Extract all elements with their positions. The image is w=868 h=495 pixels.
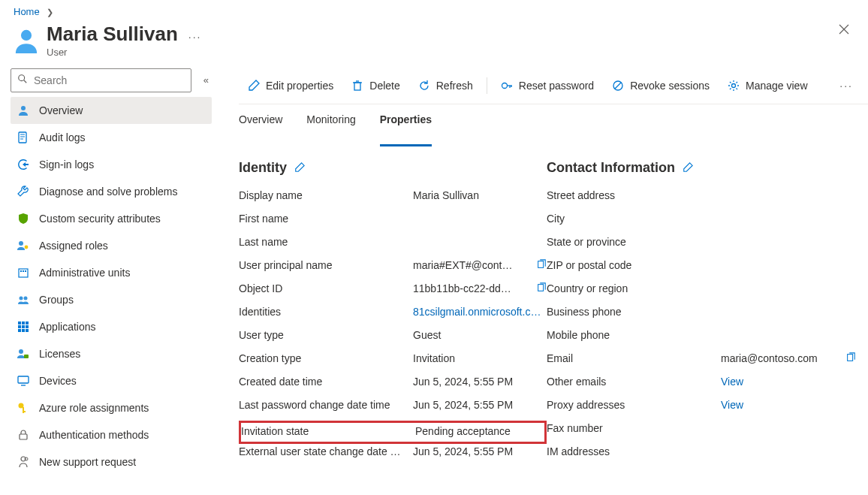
sidebar-item-licenses[interactable]: Licenses	[11, 340, 212, 367]
shield-icon	[17, 212, 30, 225]
identity-heading: Identity	[239, 160, 547, 176]
row-fax: Fax number	[547, 421, 868, 444]
license-icon	[17, 347, 30, 361]
svg-rect-12	[23, 270, 24, 272]
row-first-name: First name	[239, 211, 547, 234]
copy-icon[interactable]	[845, 352, 856, 363]
view-link[interactable]: View	[721, 399, 868, 411]
sidebar-item-custom-security[interactable]: Custom security attributes	[11, 205, 212, 232]
sidebar-item-assigned-roles[interactable]: Assigned roles	[11, 232, 212, 259]
label: Street address	[547, 189, 721, 201]
tab-properties[interactable]: Properties	[380, 113, 432, 146]
sidebar-item-label: Assigned roles	[39, 240, 108, 252]
sidebar-item-groups[interactable]: Groups	[11, 286, 212, 313]
row-state: State or province	[547, 234, 868, 258]
tabs: Overview Monitoring Properties	[239, 113, 868, 146]
row-zip: ZIP or postal code	[547, 258, 868, 281]
row-identities: Identities 81csilgmail.onmicrosoft.com	[239, 304, 547, 327]
row-creation-type: Creation typeInvitation	[239, 351, 547, 374]
edit-icon[interactable]	[294, 162, 305, 173]
svg-rect-26	[24, 355, 29, 358]
tab-monitoring[interactable]: Monitoring	[306, 113, 355, 146]
edit-icon[interactable]	[683, 162, 693, 173]
sidebar-item-label: Custom security attributes	[39, 213, 161, 225]
svg-rect-21	[26, 325, 29, 328]
key-icon	[17, 401, 30, 415]
sidebar-item-admin-units[interactable]: Administrative units	[11, 259, 212, 286]
breadcrumb-home[interactable]: Home	[14, 6, 40, 17]
page-title: Maria Sullivan	[47, 23, 178, 45]
sidebar-item-signin-logs[interactable]: Sign-in logs	[11, 151, 212, 178]
sidebar-item-audit-logs[interactable]: Audit logs	[11, 124, 212, 151]
sidebar-item-overview[interactable]: Overview	[11, 97, 212, 124]
svg-point-8	[19, 241, 23, 246]
value: maria#EXT#@cont…	[413, 259, 533, 271]
manage-view-button[interactable]: Manage view	[719, 68, 817, 104]
edit-properties-button[interactable]: Edit properties	[239, 68, 342, 104]
row-street: Street address	[547, 188, 868, 211]
view-link[interactable]: View	[721, 376, 868, 388]
sidebar-item-support[interactable]: New support request	[11, 448, 212, 475]
row-email: Email maria@contoso.com	[547, 351, 868, 374]
svg-rect-35	[354, 83, 360, 90]
signin-icon	[17, 158, 30, 171]
sidebar-item-label: Devices	[39, 375, 77, 387]
svg-rect-13	[25, 270, 26, 272]
section-title: Identity	[239, 160, 287, 176]
reset-password-button[interactable]: Reset password	[492, 68, 603, 104]
sidebar-item-label: Administrative units	[39, 267, 130, 279]
value: Maria Sullivan	[413, 189, 547, 201]
toolbar-more-button[interactable]: ···	[839, 80, 853, 92]
header-more-button[interactable]: ···	[188, 31, 202, 43]
svg-rect-23	[22, 329, 25, 332]
tab-overview[interactable]: Overview	[239, 113, 282, 146]
copy-icon[interactable]	[536, 282, 547, 293]
lock-icon	[17, 428, 30, 442]
sidebar-item-label: Authentication methods	[39, 429, 149, 441]
label: User type	[239, 329, 413, 341]
close-button[interactable]	[833, 19, 854, 44]
sidebar-item-applications[interactable]: Applications	[11, 313, 212, 340]
value: 11bb11bb-cc22-dd…	[413, 282, 533, 294]
sidebar-item-label: Applications	[39, 321, 96, 333]
value: Jun 5, 2024, 5:55 PM	[413, 445, 547, 457]
revoke-sessions-button[interactable]: Revoke sessions	[603, 68, 719, 104]
sidebar-item-azure-roles[interactable]: Azure role assignments	[11, 394, 212, 421]
row-last-name: Last name	[239, 234, 547, 258]
label: Other emails	[547, 376, 721, 388]
refresh-button[interactable]: Refresh	[409, 68, 482, 104]
value: Invitation	[413, 352, 547, 364]
svg-rect-24	[26, 329, 29, 332]
svg-rect-18	[26, 321, 29, 324]
svg-rect-27	[18, 376, 29, 383]
sidebar-item-devices[interactable]: Devices	[11, 367, 212, 394]
sidebar-item-auth-methods[interactable]: Authentication methods	[11, 421, 212, 448]
svg-point-0	[21, 30, 32, 41]
toolbar-label: Manage view	[746, 80, 808, 92]
svg-rect-47	[848, 354, 853, 361]
copy-icon[interactable]	[536, 259, 547, 270]
search-input[interactable]	[32, 74, 185, 87]
building-icon	[17, 266, 30, 279]
apps-icon	[17, 320, 30, 334]
svg-rect-10	[19, 269, 28, 277]
delete-button[interactable]: Delete	[342, 68, 408, 104]
sidebar-item-label: Groups	[39, 294, 74, 306]
sidebar-item-diagnose[interactable]: Diagnose and solve problems	[11, 178, 212, 205]
svg-point-3	[21, 106, 26, 110]
svg-point-14	[20, 296, 23, 300]
label: Country or region	[547, 282, 721, 294]
svg-line-2	[24, 80, 27, 83]
groups-icon	[17, 293, 30, 306]
collapse-sidebar-button[interactable]: «	[200, 71, 212, 89]
breadcrumb: Home ❯	[0, 0, 868, 19]
contact-section: Contact Information Street address City …	[547, 160, 868, 494]
toolbar-separator	[487, 77, 487, 94]
search-input-wrapper[interactable]	[11, 68, 191, 92]
label: IM addresses	[547, 445, 721, 457]
device-icon	[17, 374, 30, 388]
label: Created date time	[239, 376, 413, 388]
value-link[interactable]: 81csilgmail.onmicrosoft.com	[413, 306, 547, 318]
contact-heading: Contact Information	[547, 160, 868, 176]
row-ext-state-change: External user state change date …Jun 5, …	[239, 444, 547, 467]
